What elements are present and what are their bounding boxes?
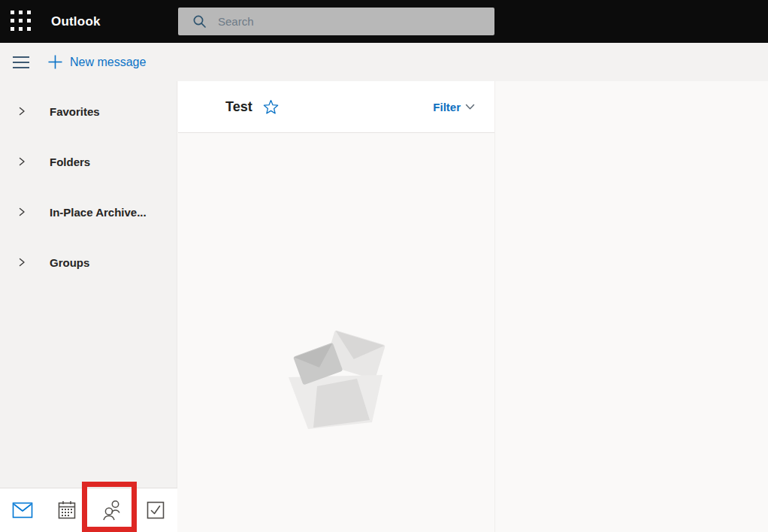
empty-folder-illustration (289, 328, 385, 429)
chevron-right-icon (17, 106, 27, 116)
app-launcher-icon[interactable] (11, 11, 33, 33)
sidebar-item-favorites[interactable]: Favorites (0, 98, 177, 125)
search-input[interactable] (216, 14, 494, 29)
people-icon[interactable] (100, 497, 124, 524)
module-switcher (0, 488, 177, 532)
folder-title: Test (225, 99, 252, 115)
new-message-label: New message (70, 56, 146, 69)
outlook-window: Outlook New message (0, 0, 768, 532)
favorite-star-icon[interactable] (263, 99, 279, 114)
sidebar-item-in-place-archive[interactable]: In-Place Archive... (0, 198, 177, 225)
message-list-header: Test Filter (178, 81, 494, 133)
search-icon (192, 14, 207, 29)
filter-label: Filter (433, 101, 461, 113)
chevron-right-icon (17, 207, 27, 217)
top-app-bar: Outlook (0, 0, 768, 43)
sidebar-item-label: Favorites (50, 105, 100, 118)
tasks-icon[interactable] (144, 499, 167, 521)
sidebar-item-groups[interactable]: Groups (0, 249, 177, 276)
reading-pane (494, 81, 768, 532)
plus-icon (47, 54, 63, 70)
hamburger-menu-icon[interactable] (13, 43, 31, 81)
command-toolbar: New message (0, 43, 768, 81)
app-title: Outlook (51, 0, 101, 43)
message-list-panel: Test Filter (178, 81, 494, 532)
sidebar-item-label: Groups (50, 256, 89, 269)
search-bar[interactable] (178, 8, 494, 35)
calendar-icon[interactable] (55, 498, 79, 522)
chevron-right-icon (17, 257, 27, 268)
folder-sidebar: Favorites Folders In-Place Archive... Gr… (0, 81, 177, 532)
filter-button[interactable]: Filter (433, 101, 475, 113)
sidebar-item-folders[interactable]: Folders (0, 148, 177, 175)
mail-icon[interactable] (11, 500, 35, 520)
chevron-right-icon (17, 156, 27, 167)
new-message-button[interactable]: New message (47, 43, 146, 81)
chevron-down-icon (465, 104, 475, 110)
sidebar-item-label: Folders (50, 156, 90, 168)
sidebar-item-label: In-Place Archive... (50, 206, 147, 219)
